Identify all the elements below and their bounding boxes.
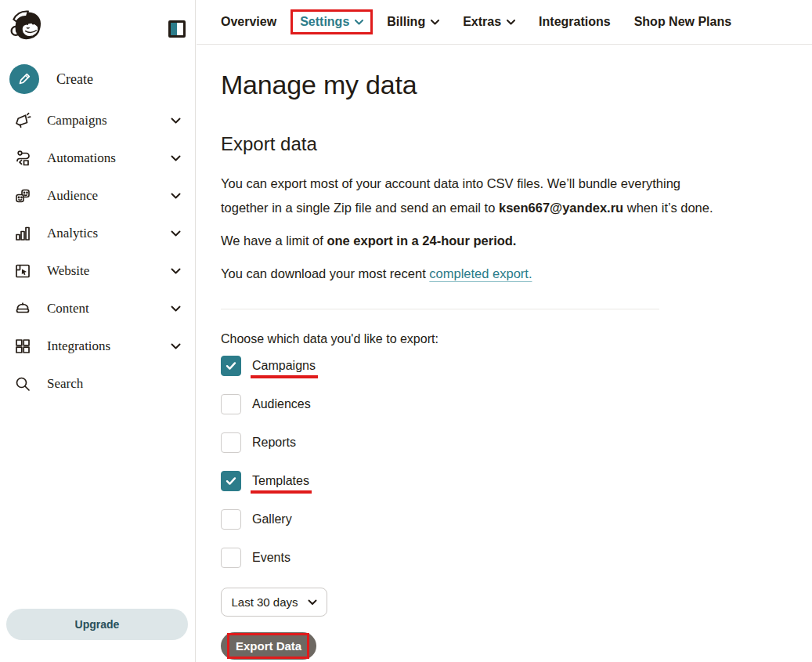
sidebar-item-label: Website <box>47 263 89 279</box>
chevron-down-icon <box>507 20 515 25</box>
limit-bold-text: one export in a 24-hour period. <box>327 233 516 248</box>
sidebar-item-integrations[interactable]: Integrations <box>0 327 195 365</box>
beret-icon <box>13 298 33 319</box>
templates-checkbox[interactable] <box>221 471 241 491</box>
checkmark-icon <box>226 361 236 371</box>
sidebar-header <box>0 0 195 45</box>
grid-icon <box>13 336 33 356</box>
bar-chart-icon <box>13 223 33 244</box>
chevron-down-icon <box>171 118 181 124</box>
date-range-value: Last 30 days <box>231 595 298 609</box>
chevron-down-icon <box>171 268 181 274</box>
completed-export-link[interactable]: completed export. <box>429 266 532 280</box>
sidebar-item-label: Content <box>47 301 89 317</box>
campaigns-checkbox-label: Campaigns <box>252 359 316 373</box>
section-title: Export data <box>221 133 812 155</box>
export-data-label: Export Data <box>236 639 301 653</box>
gallery-checkbox[interactable] <box>221 509 241 530</box>
mailchimp-freddie-logo-icon[interactable] <box>8 6 44 45</box>
tab-extras[interactable]: Extras <box>463 15 515 29</box>
choose-data-label: Choose which data you'd like to export: <box>221 332 812 346</box>
section-divider <box>221 309 659 309</box>
page-title: Manage my data <box>221 70 812 100</box>
chevron-down-icon <box>308 599 317 606</box>
content-area: Manage my data Export data You can expor… <box>197 70 812 660</box>
tab-billing[interactable]: Billing <box>387 15 439 29</box>
sidebar-item-automations[interactable]: Automations <box>0 139 195 177</box>
account-email: ksen667@yandex.ru <box>499 201 623 215</box>
checkbox-row-campaigns[interactable]: Campaigns <box>221 346 812 385</box>
audience-faces-icon <box>13 186 33 206</box>
settings-top-nav: Overview Settings Billing Extras Integra… <box>197 0 812 45</box>
checkbox-row-reports[interactable]: Reports <box>221 423 812 461</box>
gallery-checkbox-label: Gallery <box>252 512 292 526</box>
chevron-down-icon <box>171 193 181 199</box>
sidebar-collapse-icon[interactable] <box>168 20 186 38</box>
sidebar-item-label: Analytics <box>47 226 98 241</box>
export-data-button[interactable]: Export Data <box>221 632 316 660</box>
audiences-checkbox-label: Audiences <box>252 397 311 411</box>
sidebar-item-label: Integrations <box>47 338 110 354</box>
sidebar-item-analytics[interactable]: Analytics <box>0 215 195 252</box>
checkbox-row-audiences[interactable]: Audiences <box>221 385 812 423</box>
templates-checkbox-label: Templates <box>252 474 309 488</box>
tab-extras-label: Extras <box>463 15 501 29</box>
automations-flow-icon <box>13 148 33 168</box>
sidebar-item-website[interactable]: Website <box>0 252 195 290</box>
sidebar-item-content[interactable]: Content <box>0 290 195 327</box>
sidebar-item-label: Search <box>47 376 83 392</box>
events-checkbox[interactable] <box>221 548 241 568</box>
sidebar-item-search[interactable]: Search <box>0 365 195 403</box>
browser-cursor-icon <box>13 261 33 281</box>
reports-checkbox[interactable] <box>221 432 241 453</box>
limit-paragraph: We have a limit of one export in a 24-ho… <box>221 229 726 253</box>
collapse-fill <box>171 23 177 35</box>
search-icon <box>13 374 33 394</box>
create-button[interactable]: Create <box>9 64 195 94</box>
chevron-down-icon <box>171 230 181 237</box>
sidebar-item-audience[interactable]: Audience <box>0 177 195 215</box>
date-range-dropdown[interactable]: Last 30 days <box>221 588 327 617</box>
chevron-down-icon <box>171 306 181 312</box>
chevron-down-icon <box>355 20 363 25</box>
sidebar-item-label: Audience <box>47 188 98 204</box>
chevron-down-icon <box>171 155 181 161</box>
tab-settings[interactable]: Settings <box>291 9 373 34</box>
intro-text-after: when it’s done. <box>623 201 713 215</box>
chevron-down-icon <box>431 20 439 25</box>
audiences-checkbox[interactable] <box>221 394 241 414</box>
checkbox-row-events[interactable]: Events <box>221 538 812 577</box>
checkbox-row-templates[interactable]: Templates <box>221 461 812 500</box>
sidebar-item-campaigns[interactable]: Campaigns <box>0 102 195 139</box>
checkbox-row-gallery[interactable]: Gallery <box>221 500 812 538</box>
main-area: Overview Settings Billing Extras Integra… <box>197 0 812 660</box>
limit-text: We have a limit of <box>221 233 327 248</box>
tab-shop-new-plans[interactable]: Shop New Plans <box>634 15 731 29</box>
megaphone-icon <box>13 110 33 131</box>
events-checkbox-label: Events <box>252 551 291 565</box>
sidebar-item-label: Automations <box>47 150 116 166</box>
tab-integrations[interactable]: Integrations <box>539 15 611 29</box>
upgrade-button[interactable]: Upgrade <box>6 609 188 640</box>
download-text: You can download your most recent <box>221 266 429 280</box>
reports-checkbox-label: Reports <box>252 436 296 450</box>
checkmark-icon <box>226 476 236 486</box>
create-label: Create <box>56 71 93 88</box>
tab-settings-label: Settings <box>300 15 349 29</box>
sidebar: Create Campaigns Automations Audience An… <box>0 0 196 662</box>
chevron-down-icon <box>171 343 181 349</box>
tab-billing-label: Billing <box>387 15 425 29</box>
pencil-icon <box>9 64 39 94</box>
campaigns-checkbox[interactable] <box>221 356 241 376</box>
download-paragraph: You can download your most recent comple… <box>221 262 726 286</box>
sidebar-item-label: Campaigns <box>47 113 107 128</box>
intro-paragraph: You can export most of your account data… <box>221 172 726 220</box>
tab-overview[interactable]: Overview <box>221 15 276 29</box>
